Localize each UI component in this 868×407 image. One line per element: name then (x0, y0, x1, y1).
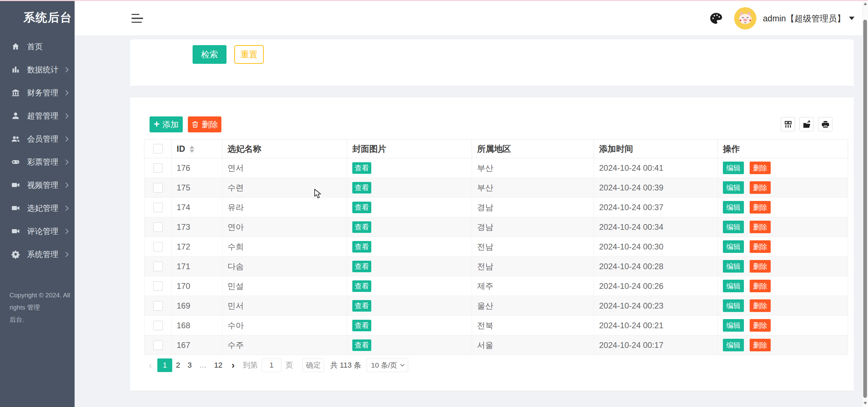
sidebar-item-lottery[interactable]: 彩票管理 (0, 150, 75, 173)
row-checkbox[interactable] (153, 321, 163, 330)
add-button[interactable]: + 添加 (150, 116, 183, 132)
col-header-id[interactable]: ID (172, 140, 222, 158)
view-button[interactable]: 查看 (352, 339, 371, 351)
cell-region: 전북 (472, 316, 594, 335)
user-menu[interactable]: admin【超级管理员】 (763, 13, 845, 24)
goto-confirm-button[interactable]: 确定 (302, 358, 324, 372)
delete-button[interactable]: 删除 (750, 162, 771, 174)
edit-button[interactable]: 编辑 (723, 280, 744, 292)
sidebar-item-label: 数据统计 (27, 64, 58, 75)
view-button[interactable]: 查看 (352, 241, 371, 253)
sort-icon[interactable] (190, 146, 194, 153)
cell-checkbox (144, 198, 172, 217)
edit-button[interactable]: 编辑 (723, 319, 744, 332)
table-row: 173연아查看경남2024-10-24 00:34编辑删除 (144, 217, 848, 237)
row-checkbox[interactable] (153, 163, 163, 173)
sidebar-fold-icon[interactable] (132, 11, 144, 25)
cell-time: 2024-10-24 00:17 (594, 335, 718, 355)
page-button-3[interactable]: 3 (184, 358, 195, 372)
page-button-1[interactable]: 1 (157, 358, 172, 372)
sidebar-item-comments[interactable]: 评论管理 (0, 220, 75, 243)
view-button[interactable]: 查看 (352, 280, 371, 292)
view-button[interactable]: 查看 (352, 202, 371, 213)
sidebar-item-video[interactable]: 视频管理 (0, 173, 75, 197)
view-button[interactable]: 查看 (352, 162, 371, 174)
edit-button[interactable]: 编辑 (723, 221, 744, 233)
scroll-up-arrow[interactable] (864, 2, 867, 5)
edit-button[interactable]: 编辑 (723, 181, 744, 194)
cell-region: 경남 (472, 217, 594, 237)
edit-button[interactable]: 编辑 (723, 201, 744, 214)
theme-palette-icon[interactable] (709, 12, 723, 25)
delete-button[interactable]: 删除 (750, 339, 771, 351)
avatar[interactable] (734, 7, 756, 30)
total-count-label: 共 113 条 (330, 360, 361, 370)
cell-name: 수아 (222, 316, 347, 335)
view-button[interactable]: 查看 (352, 182, 371, 193)
row-checkbox[interactable] (153, 262, 163, 271)
edit-button[interactable]: 编辑 (723, 240, 744, 253)
gear-icon (11, 250, 20, 259)
row-checkbox[interactable] (153, 203, 163, 212)
sidebar-item-members[interactable]: 会员管理 (0, 127, 75, 150)
cell-actions: 编辑删除 (718, 276, 848, 296)
scrollbar-thumb[interactable] (863, 20, 867, 398)
view-button[interactable]: 查看 (352, 320, 371, 331)
delete-button[interactable]: 删除 (750, 181, 771, 194)
user-icon (11, 111, 20, 120)
page-button-2[interactable]: 2 (172, 358, 184, 372)
cell-checkbox (144, 178, 172, 198)
row-checkbox[interactable] (153, 183, 163, 192)
cell-region: 울산 (472, 296, 594, 316)
sidebar-item-finance[interactable]: 财务管理 (0, 81, 75, 104)
edit-button[interactable]: 编辑 (723, 260, 744, 273)
cell-id: 176 (172, 158, 222, 178)
row-checkbox[interactable] (153, 242, 163, 252)
edit-button[interactable]: 编辑 (723, 162, 744, 174)
row-checkbox[interactable] (153, 301, 163, 311)
cell-name: 연아 (222, 217, 347, 237)
delete-button[interactable]: 删除 (750, 260, 771, 273)
sidebar-item-admins[interactable]: 超管管理 (0, 104, 75, 127)
chevron-right-icon (63, 159, 69, 165)
row-checkbox[interactable] (153, 340, 163, 350)
cell-name: 수주 (222, 335, 347, 355)
pagination: ‹ 123…12 › 到第 页 确定 共 113 条 10 条/页 (144, 354, 408, 376)
sidebar-item-stats[interactable]: 数据统计 (0, 58, 75, 81)
edit-button[interactable]: 编辑 (723, 299, 744, 312)
view-button[interactable]: 查看 (352, 221, 371, 233)
page-size-select[interactable]: 10 条/页 (367, 358, 408, 372)
reset-button[interactable]: 重置 (234, 45, 264, 64)
delete-button[interactable]: 删除 (750, 240, 771, 253)
cell-id: 170 (172, 276, 222, 296)
page-ellipsis: … (196, 361, 211, 370)
scrollbar[interactable] (862, 0, 868, 407)
prev-page-button[interactable]: ‹ (149, 360, 152, 371)
view-button[interactable]: 查看 (352, 261, 371, 272)
batch-delete-button[interactable]: 删除 (188, 116, 221, 132)
search-button[interactable]: 检索 (193, 45, 226, 64)
delete-button[interactable]: 删除 (750, 319, 771, 332)
goto-page-input[interactable] (262, 358, 281, 372)
page-button-12[interactable]: 12 (211, 358, 226, 372)
view-button[interactable]: 查看 (352, 300, 371, 312)
row-checkbox[interactable] (153, 281, 163, 291)
filter-columns-button[interactable] (781, 117, 795, 131)
delete-button[interactable]: 删除 (750, 299, 771, 312)
delete-button[interactable]: 删除 (750, 221, 771, 233)
next-page-button[interactable]: › (232, 360, 235, 371)
scroll-down-arrow[interactable] (864, 402, 867, 405)
sidebar-item-home[interactable]: 首页 (0, 35, 75, 58)
delete-button[interactable]: 删除 (750, 280, 771, 292)
delete-button[interactable]: 删除 (750, 201, 771, 214)
sidebar-item-system[interactable]: 系统管理 (0, 243, 75, 266)
cell-time: 2024-10-24 00:39 (594, 178, 718, 198)
edit-button[interactable]: 编辑 (723, 339, 744, 351)
cell-region: 전남 (472, 257, 594, 276)
row-checkbox[interactable] (153, 222, 163, 232)
select-all-checkbox[interactable] (153, 144, 163, 153)
copyright-line1: Copyright © 2024. All rights 管理 (9, 289, 75, 314)
export-button[interactable] (800, 117, 814, 131)
print-button[interactable] (818, 117, 832, 131)
sidebar-item-concubine[interactable]: 选妃管理 (0, 197, 75, 220)
